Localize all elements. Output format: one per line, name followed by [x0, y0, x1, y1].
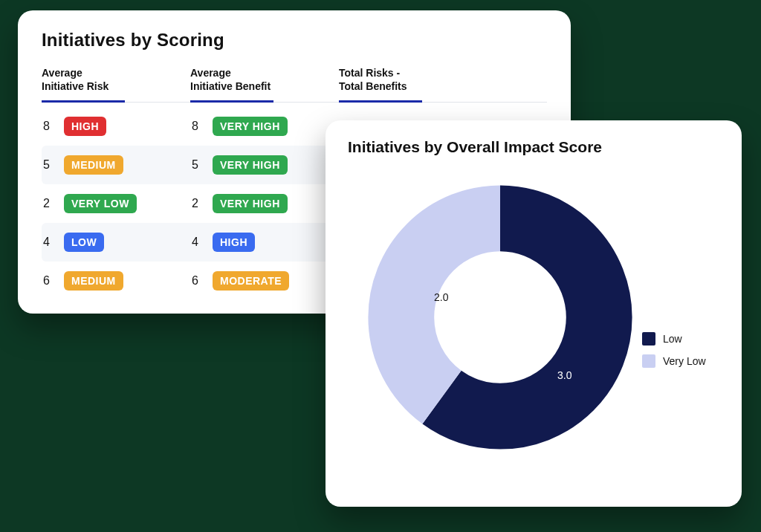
risk-badge: MEDIUM — [64, 271, 123, 291]
scoring-column-headers: Average Initiative Risk Average Initiati… — [42, 67, 547, 103]
risk-badge: HIGH — [64, 117, 106, 136]
risk-cell: 2VERY LOW — [43, 194, 192, 213]
legend-swatch-very-low — [642, 354, 655, 368]
risk-cell: 6MEDIUM — [43, 271, 192, 291]
benefit-cell: 8VERY HIGH — [192, 117, 340, 136]
donut-label-low: 3.0 — [557, 369, 571, 381]
legend-item-low[interactable]: Low — [642, 332, 724, 346]
legend-swatch-low — [642, 332, 655, 346]
impact-card: Initiatives by Overall Impact Score 2.0 … — [326, 120, 742, 507]
risk-value: 6 — [43, 274, 56, 288]
benefit-cell: 5VERY HIGH — [192, 155, 340, 175]
donut-label-very-low: 2.0 — [434, 291, 448, 303]
risk-cell: 8HIGH — [43, 117, 192, 136]
benefit-badge: MODERATE — [213, 271, 289, 291]
risk-badge: MEDIUM — [64, 155, 123, 175]
column-header-risk[interactable]: Average Initiative Risk — [42, 67, 190, 102]
benefit-value: 5 — [192, 158, 205, 172]
risk-value: 5 — [43, 158, 56, 172]
benefit-badge: VERY HIGH — [213, 117, 288, 136]
benefit-value: 6 — [192, 274, 205, 288]
column-header-benefit[interactable]: Average Initiative Benefit — [190, 67, 339, 102]
benefit-value: 8 — [192, 120, 205, 133]
benefit-badge: HIGH — [213, 233, 255, 252]
column-header-diff[interactable]: Total Risks - Total Benefits — [339, 67, 495, 102]
benefit-cell: 4HIGH — [192, 233, 340, 252]
benefit-value: 4 — [192, 236, 205, 249]
benefit-value: 2 — [192, 197, 205, 210]
impact-legend: Low Very Low — [642, 332, 724, 377]
risk-cell: 4LOW — [43, 233, 192, 252]
risk-value: 2 — [43, 197, 56, 210]
donut-chart: 2.0 3.0 — [363, 180, 638, 455]
risk-value: 4 — [43, 236, 56, 249]
risk-badge: LOW — [64, 233, 104, 252]
impact-title: Initiatives by Overall Impact Score — [348, 138, 602, 156]
benefit-badge: VERY HIGH — [213, 194, 288, 213]
risk-value: 8 — [43, 120, 56, 133]
benefit-cell: 2VERY HIGH — [192, 194, 340, 213]
benefit-badge: VERY HIGH — [213, 155, 288, 175]
risk-badge: VERY LOW — [64, 194, 137, 213]
scoring-title: Initiatives by Scoring — [42, 30, 547, 51]
risk-cell: 5MEDIUM — [43, 155, 192, 175]
legend-item-very-low[interactable]: Very Low — [642, 354, 724, 368]
legend-label-low: Low — [663, 333, 682, 345]
benefit-cell: 6MODERATE — [192, 271, 340, 291]
legend-label-very-low: Very Low — [663, 355, 706, 367]
